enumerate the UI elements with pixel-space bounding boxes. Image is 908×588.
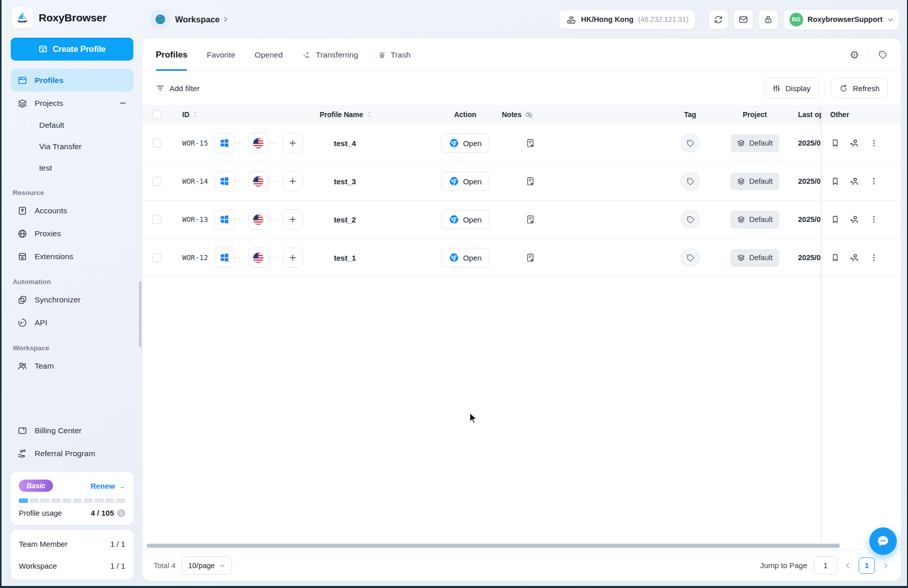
divider (825, 83, 825, 93)
account-menu[interactable]: RO RoxybrowserSupport (783, 9, 900, 30)
tab-trash[interactable]: Trash (378, 39, 411, 71)
bookmark-icon[interactable] (831, 215, 840, 224)
ip-location-box[interactable]: HK/Hong Kong (46.232.121.31) (559, 10, 696, 30)
collapse-minus-icon[interactable] (119, 99, 127, 107)
lock-button[interactable] (758, 10, 778, 30)
open-profile-button[interactable]: Open (441, 248, 490, 267)
tab-transferring[interactable]: Transferring (302, 39, 358, 71)
kebab-menu-icon[interactable] (869, 138, 878, 148)
tab-opened[interactable]: Opened (254, 39, 282, 71)
renew-link[interactable]: Renew → (91, 482, 125, 490)
eye-off-icon[interactable] (525, 110, 533, 119)
page-size-select[interactable]: 10/page (182, 556, 232, 575)
project-badge[interactable]: Default (730, 134, 779, 152)
table-row[interactable]: WOR-12 test_1 Open (143, 239, 901, 277)
kebab-menu-icon[interactable] (869, 177, 878, 186)
sidebar-item-synchronizer[interactable]: Synchronizer (11, 288, 133, 311)
sidebar-item-api[interactable]: API (11, 311, 133, 334)
sidebar-item-accounts[interactable]: Accounts (11, 199, 133, 222)
us-flag-icon (248, 209, 269, 230)
profiles-icon (17, 75, 27, 86)
tag-button[interactable] (680, 248, 700, 267)
open-profile-button[interactable]: Open (441, 210, 490, 229)
tag-button[interactable] (680, 172, 700, 190)
column-id[interactable]: ID (171, 110, 318, 119)
bookmark-icon[interactable] (831, 138, 840, 148)
tab-favorite[interactable]: Favorite (207, 39, 235, 71)
sidebar-item-team[interactable]: Team (11, 354, 133, 377)
breadcrumb[interactable]: Workspace (175, 15, 220, 24)
sidebar-item-proxies[interactable]: Proxies (11, 222, 133, 245)
project-badge[interactable]: Default (730, 249, 779, 267)
row-checkbox[interactable] (152, 253, 161, 262)
display-button[interactable]: Display (764, 78, 818, 98)
sidebar-item-projects[interactable]: Projects (11, 92, 133, 115)
sidebar-item-extensions[interactable]: Extensions (11, 245, 133, 268)
sidebar-item-profiles[interactable]: Profiles (11, 69, 133, 92)
sidebar-item-billing-center[interactable]: Billing Center (11, 419, 133, 442)
jump-to-page-input[interactable] (814, 556, 837, 574)
column-profile-name[interactable]: Profile Name (318, 110, 433, 119)
kebab-menu-icon[interactable] (869, 215, 878, 224)
sidebar-scrollbar[interactable] (139, 281, 141, 347)
add-filter-button[interactable]: Add filter (156, 83, 200, 93)
add-note-icon[interactable] (502, 176, 535, 186)
refresh-button[interactable]: Refresh (831, 78, 888, 98)
sort-icon[interactable] (192, 111, 198, 118)
row-checkbox[interactable] (152, 138, 161, 148)
tab-profiles[interactable]: Profiles (156, 39, 187, 71)
table-row[interactable]: WOR-13 test_2 Open (143, 201, 901, 239)
last-opened-value: 2025/0 (798, 215, 820, 223)
kebab-menu-icon[interactable] (869, 253, 878, 262)
team-icon (17, 361, 27, 371)
select-all-checkbox[interactable] (152, 110, 161, 119)
add-proxy-button[interactable] (282, 247, 303, 268)
row-checkbox[interactable] (152, 215, 161, 224)
sort-icon[interactable] (366, 111, 372, 118)
live-chat-button[interactable] (869, 527, 897, 555)
tag-manager-icon[interactable] (878, 50, 888, 60)
add-proxy-button[interactable] (282, 171, 303, 191)
mail-icon (739, 15, 748, 24)
add-note-icon[interactable] (502, 138, 535, 148)
project-badge[interactable]: Default (730, 211, 779, 229)
project-badge[interactable]: Default (730, 173, 779, 190)
sidebar-item-referral-program[interactable]: Referral Program (11, 442, 133, 465)
sidebar-subitem-via-transfer[interactable]: Via Transfer (24, 136, 133, 157)
sync-button[interactable] (708, 10, 728, 30)
add-note-icon[interactable] (502, 253, 535, 263)
transfer-user-icon[interactable] (849, 214, 860, 225)
table-row[interactable]: WOR-15 test_4 Open (143, 124, 901, 162)
sidebar-subitem-test[interactable]: test (24, 157, 133, 179)
sidebar-bottom: Billing Center Referral Program Basic Re… (11, 419, 133, 580)
chevron-down-icon (887, 16, 894, 23)
sidebar-subitem-default[interactable]: Default (24, 115, 133, 136)
add-proxy-button[interactable] (282, 209, 303, 230)
next-page-button[interactable] (882, 562, 890, 570)
create-profile-button[interactable]: Create Profile (11, 38, 133, 61)
transfer-user-icon[interactable] (849, 253, 860, 263)
table-row[interactable]: WOR-14 test_3 Open (143, 162, 901, 201)
bookmark-icon[interactable] (831, 253, 840, 262)
prev-page-button[interactable] (844, 562, 852, 570)
horizontal-scrollbar[interactable] (147, 544, 840, 548)
open-profile-button[interactable]: Open (441, 172, 490, 191)
add-note-icon[interactable] (502, 214, 535, 225)
tag-button[interactable] (680, 210, 700, 229)
row-checkbox[interactable] (152, 177, 161, 186)
windows-icon (214, 209, 235, 230)
mail-button[interactable] (733, 10, 753, 30)
tag-button[interactable] (680, 134, 700, 152)
open-profile-button[interactable]: Open (441, 133, 490, 153)
ip-text: (46.232.121.31) (638, 15, 689, 23)
bookmark-icon[interactable] (831, 177, 840, 186)
extensions-icon (17, 251, 27, 262)
workspace-globe-icon[interactable] (151, 10, 169, 29)
transfer-user-icon[interactable] (849, 176, 860, 186)
sidebar-item-label: Proxies (35, 229, 61, 238)
us-flag-icon (248, 247, 269, 268)
add-proxy-button[interactable] (282, 133, 303, 153)
page-1-button[interactable]: 1 (859, 557, 875, 574)
gear-icon[interactable]: ⚙ (849, 49, 859, 60)
transfer-user-icon[interactable] (849, 138, 860, 148)
